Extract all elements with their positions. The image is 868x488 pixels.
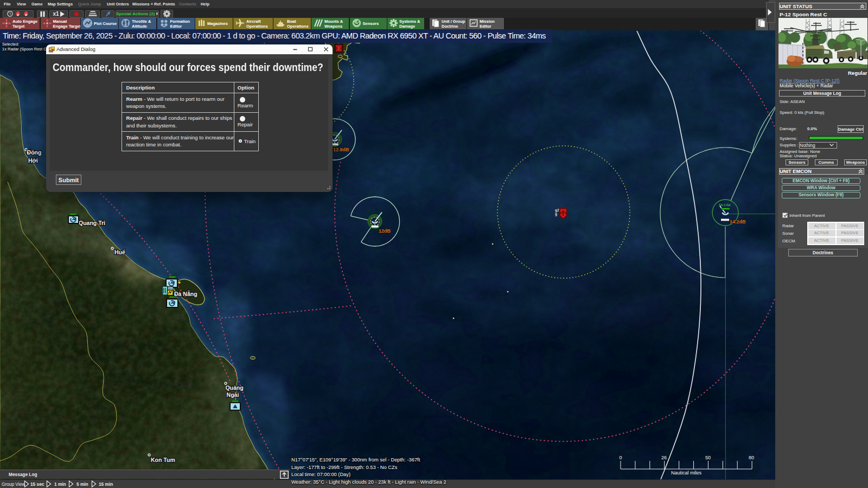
svg-text:g: g: [555, 212, 557, 216]
svg-text:Ngãi: Ngãi: [227, 391, 239, 398]
svg-text:26: 26: [661, 455, 667, 460]
svg-text:Quảng: Quảng: [225, 384, 243, 391]
svg-text:50: 50: [705, 455, 711, 460]
svg-text:Hới: Hới: [28, 157, 38, 164]
svg-text:12.8dB: 12.8dB: [333, 147, 349, 152]
svg-text:0: 0: [619, 455, 622, 460]
svg-text:12dB: 12dB: [379, 228, 391, 234]
svg-text:SH: SH: [168, 287, 172, 290]
svg-text:Huế: Huế: [114, 249, 125, 255]
svg-text:Đồng: Đồng: [27, 149, 42, 156]
svg-text:Kon Tum: Kon Tum: [151, 457, 175, 463]
svg-text:14.2dB: 14.2dB: [730, 219, 746, 224]
svg-text:SA-2 Gd: SA-2 Gd: [719, 203, 730, 207]
svg-text:80: 80: [749, 455, 754, 460]
svg-text:Nautical miles: Nautical miles: [671, 470, 702, 476]
svg-text:Quang Tri: Quang Tri: [79, 220, 105, 226]
svg-text:Đà Nẵng: Đà Nẵng: [174, 291, 197, 297]
